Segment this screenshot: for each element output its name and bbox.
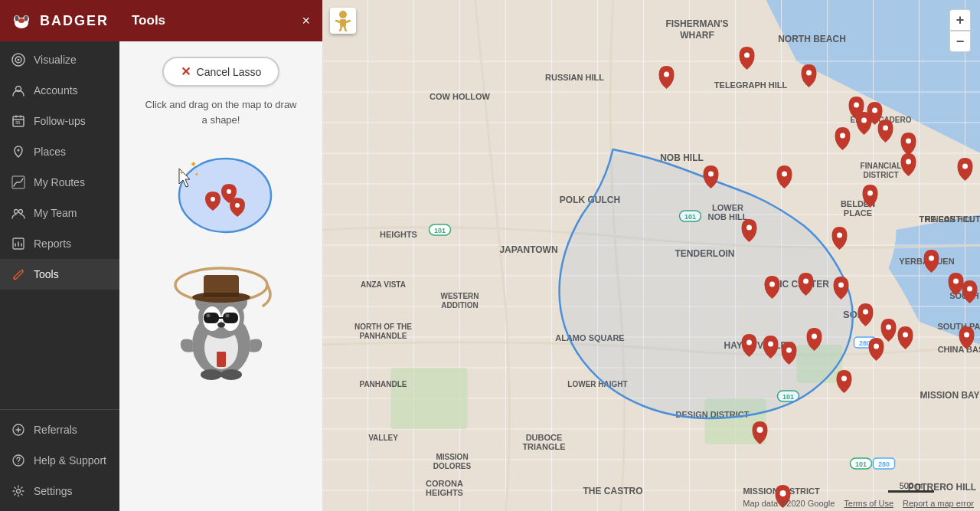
tools-icon [11,267,26,282]
sidebar-item-places[interactable]: Places [0,136,119,167]
svg-point-9 [18,59,20,61]
svg-text:ADDITION: ADDITION [441,301,478,310]
svg-point-159 [886,325,891,330]
svg-text:PLACE: PLACE [844,208,872,218]
svg-point-15 [15,210,18,214]
map-svg: FISHERMAN'S WHARF NORTH BEACH COW HOLLOW… [322,0,980,511]
cancel-x-icon: ✕ [181,64,191,79]
sidebar-item-tools[interactable]: Tools [0,259,119,290]
svg-point-142 [806,70,812,76]
svg-text:FISHERMAN'S: FISHERMAN'S [665,18,728,29]
svg-point-165 [786,348,792,353]
svg-text:HEIGHTS: HEIGHTS [426,488,463,497]
app-logo[interactable]: BADGER [0,0,119,41]
svg-line-179 [345,27,346,31]
tools-close-button[interactable]: × [302,14,310,28]
cancel-lasso-button[interactable]: ✕ Cancel Lasso [162,57,280,87]
sidebar-item-my-team[interactable]: My Team [0,198,119,228]
zoom-out-button[interactable]: − [949,31,971,52]
svg-point-38 [206,314,210,318]
sidebar-item-my-routes[interactable]: My Routes [0,167,119,198]
lasso-hint-text: Click and drag on the map to draw a shap… [145,97,298,127]
svg-point-25 [235,203,240,208]
sidebar-item-accounts[interactable]: Accounts [0,75,119,106]
sidebar-label-settings: Settings [34,485,73,497]
svg-point-44 [220,369,242,380]
svg-rect-36 [223,313,238,323]
sidebar-item-visualize[interactable]: Visualize [0,44,119,75]
svg-point-21 [17,490,21,493]
svg-text:COW HOLLOW: COW HOLLOW [430,92,490,101]
svg-point-173 [967,287,972,292]
sidebar-label-referrals: Referrals [34,424,77,436]
reports-icon [11,236,26,251]
sidebar-label-tools: Tools [34,268,59,280]
svg-text:NORTH BEACH: NORTH BEACH [778,34,846,44]
map-scale-bar: 500 m [888,481,934,493]
svg-point-24 [211,197,215,201]
sidebar-label-my-routes: My Routes [34,176,85,188]
lasso-svg: ✦ ✦ ✦ [164,138,279,237]
svg-text:PANHANDLE: PANHANDLE [359,380,407,388]
svg-text:280: 280 [878,460,890,468]
svg-text:NOB HILL: NOB HILL [660,152,704,163]
svg-point-171 [780,490,786,496]
svg-point-157 [929,256,934,261]
svg-point-153 [746,225,752,231]
map-area[interactable]: FISHERMAN'S WHARF NORTH BEACH COW HOLLOW… [322,0,980,511]
svg-text:NORTH OF THE: NORTH OF THE [354,323,412,331]
svg-point-151 [906,159,911,165]
scale-label: 500 m [900,481,923,490]
svg-text:VALLEY: VALLEY [368,434,398,442]
svg-point-154 [837,233,842,238]
scale-line [888,490,934,493]
svg-point-168 [803,279,808,284]
help-icon [11,453,26,468]
sidebar-item-referrals[interactable]: Referrals [0,414,119,445]
svg-point-155 [867,191,873,196]
sidebar-label-followups: Follow-ups [34,115,86,127]
terms-link[interactable]: Terms of Use [844,499,893,508]
sidebar-item-followups[interactable]: 31 Follow-ups [0,106,119,136]
svg-text:FINANCIAL: FINANCIAL [861,162,902,170]
sidebar-label-visualize: Visualize [34,54,77,66]
svg-text:DOLORES: DOLORES [433,462,472,470]
svg-point-4 [15,16,19,21]
svg-point-23 [227,189,231,194]
svg-line-176 [336,21,340,22]
svg-text:TRIANGLE: TRIANGLE [522,442,565,451]
cancel-lasso-label: Cancel Lasso [197,66,262,78]
sidebar-label-reports: Reports [34,237,71,250]
sidebar-item-reports[interactable]: Reports [0,228,119,259]
svg-text:SOUTH PARK: SOUTH PARK [938,322,980,331]
lasso-preview-illustration: ✦ ✦ ✦ [164,138,279,237]
svg-point-163 [746,340,752,346]
my-routes-icon [11,175,26,190]
svg-text:101: 101 [855,460,867,468]
svg-rect-47 [204,293,239,297]
report-error-link[interactable]: Report a map error [903,499,974,508]
svg-point-43 [201,369,222,380]
sidebar-item-settings[interactable]: Settings [0,476,119,506]
pegman-control[interactable] [330,8,356,34]
svg-text:CORONA: CORONA [426,479,463,488]
svg-text:PANHANDLE: PANHANDLE [359,332,407,340]
app-name: BADGER [40,13,109,29]
svg-point-166 [812,334,817,339]
sidebar-item-help[interactable]: Help & Support [0,445,119,476]
sidebar-label-my-team: My Team [34,207,77,219]
map-zoom-controls: + − [949,9,971,52]
zoom-in-button[interactable]: + [949,9,971,31]
sidebar-label-places: Places [34,146,66,158]
svg-point-149 [782,172,787,177]
svg-point-140 [664,72,669,77]
badger-mascot [149,256,294,394]
tools-title: Tools [132,13,165,28]
svg-point-150 [840,133,845,139]
svg-text:TELEGRAPH HILL: TELEGRAPH HILL [714,80,788,90]
svg-point-20 [18,464,19,465]
svg-point-167 [769,282,775,287]
svg-text:DISTRICT: DISTRICT [863,171,898,179]
nav-menu: Visualize Accounts 31 Follow-ups [0,41,119,409]
visualize-icon [11,52,26,67]
